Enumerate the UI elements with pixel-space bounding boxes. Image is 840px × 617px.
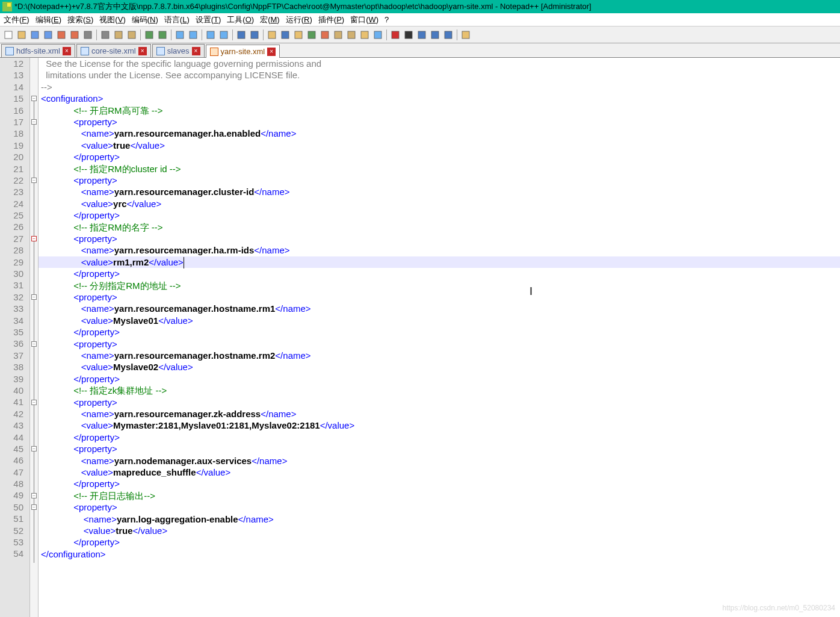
code-line[interactable]: <property> <box>39 116 840 128</box>
code-line[interactable]: See the License for the specific languag… <box>39 58 840 69</box>
fold-toggle[interactable]: − <box>31 400 37 405</box>
fold-toggle[interactable]: − <box>31 446 37 451</box>
menu-item[interactable]: 编辑(E) <box>36 14 61 25</box>
fold-toggle[interactable]: − <box>31 96 37 101</box>
code-line[interactable]: <value>rm1,rm2</value> <box>39 256 840 268</box>
zoom-out-button[interactable] <box>218 29 230 41</box>
code-line[interactable]: <value>yrc</value> <box>39 198 840 209</box>
doc-map-button[interactable] <box>319 29 331 41</box>
code-line[interactable]: </property> <box>39 478 840 489</box>
code-line[interactable]: <name>yarn.resourcemanager.hostname.rm2<… <box>39 350 840 361</box>
code-line[interactable]: </property> <box>39 151 840 163</box>
code-line[interactable]: </configuration> <box>39 548 840 560</box>
zoom-in-button[interactable] <box>205 29 217 41</box>
menu-item[interactable]: 工具(O) <box>227 14 254 25</box>
menu-item[interactable]: 窗口(W) <box>350 14 378 25</box>
indent-guide-button[interactable] <box>292 29 304 41</box>
fold-toggle[interactable]: − <box>31 504 37 510</box>
close-icon[interactable]: × <box>267 48 276 56</box>
menu-item[interactable]: 视图(V) <box>99 14 125 25</box>
paste-button[interactable] <box>126 29 138 41</box>
code-line[interactable]: <name>yarn.resourcemanager.ha.rm-ids</na… <box>39 244 840 256</box>
wrap-button[interactable] <box>266 29 278 41</box>
menu-item[interactable]: 运行(R) <box>286 14 312 25</box>
editor-area[interactable]: 1213141516171819202122232425262728293031… <box>0 58 840 617</box>
fold-toggle[interactable]: − <box>31 294 37 300</box>
code-line[interactable]: <value>mapreduce_shuffle</value> <box>39 467 840 478</box>
code-line[interactable]: </property> <box>39 209 840 221</box>
replace-button[interactable] <box>187 29 199 41</box>
fold-toggle[interactable]: − <box>31 341 37 347</box>
code-line[interactable]: <!-- 分别指定RM的地址 --> <box>39 280 840 291</box>
code-line[interactable]: </property> <box>39 432 840 443</box>
code-line[interactable]: </property> <box>39 268 840 279</box>
fold-margin[interactable]: −−−−−−−−−− <box>30 58 39 617</box>
show-all-button[interactable] <box>279 29 291 41</box>
file-tab[interactable]: core-site.xml× <box>76 44 151 57</box>
monitor-button[interactable] <box>372 29 384 41</box>
print-button[interactable] <box>82 29 94 41</box>
code-content[interactable]: See the License for the specific languag… <box>39 58 840 617</box>
ftp-button[interactable] <box>460 29 472 41</box>
new-button[interactable] <box>2 29 14 41</box>
menu-item[interactable]: 文件(F) <box>4 14 29 25</box>
file-tab[interactable]: hdfs-site.xml× <box>1 44 75 57</box>
cut-button[interactable] <box>99 29 111 41</box>
close-all-button[interactable] <box>69 29 81 41</box>
play-button[interactable] <box>416 29 428 41</box>
code-line[interactable]: <property> <box>39 175 840 186</box>
code-line[interactable]: <value>Myslave01</value> <box>39 315 840 326</box>
file-tab[interactable]: slaves× <box>152 44 205 57</box>
code-line[interactable]: <configuration> <box>39 93 840 104</box>
save-button[interactable] <box>29 29 41 41</box>
fold-toggle[interactable]: − <box>31 178 37 183</box>
fold-toggle[interactable]: − <box>31 493 37 498</box>
close-icon[interactable]: × <box>192 47 200 55</box>
find-button[interactable] <box>174 29 186 41</box>
lang-button[interactable] <box>306 29 318 41</box>
menu-item[interactable]: 插件(P) <box>318 14 344 25</box>
code-line[interactable]: <value>Myslave02</value> <box>39 361 840 373</box>
menu-item[interactable]: 设置(T) <box>196 14 221 25</box>
code-line[interactable]: <name>yarn.resourcemanager.zk-address</n… <box>39 408 840 420</box>
menu-item[interactable]: ? <box>384 15 389 24</box>
code-line[interactable]: --> <box>39 81 840 93</box>
fold-toggle[interactable]: − <box>31 236 37 241</box>
menu-bar[interactable]: 文件(F)编辑(E)搜索(S)视图(V)编码(N)语言(L)设置(T)工具(O)… <box>0 13 840 26</box>
code-line[interactable]: <property> <box>39 338 840 350</box>
code-line[interactable]: <name>yarn.resourcemanager.cluster-id</n… <box>39 186 840 197</box>
fold-toggle[interactable]: − <box>31 119 37 125</box>
menu-item[interactable]: 编码(N) <box>132 14 158 25</box>
run-macro-button[interactable] <box>442 29 454 41</box>
code-line[interactable]: <name>yarn.log-aggregation-enable</name> <box>39 513 840 525</box>
code-line[interactable]: <property> <box>39 443 840 454</box>
sync-v-button[interactable] <box>235 29 247 41</box>
code-line[interactable]: <property> <box>39 397 840 408</box>
folder-button[interactable] <box>359 29 371 41</box>
code-line[interactable]: <name>yarn.resourcemanager.hostname.rm1<… <box>39 303 840 314</box>
play-multi-button[interactable] <box>429 29 441 41</box>
func-list-button[interactable] <box>345 29 357 41</box>
code-line[interactable]: </property> <box>39 373 840 385</box>
code-line[interactable]: <!-- 开启日志输出--> <box>39 490 840 501</box>
code-line[interactable]: <!-- 开启RM高可靠 --> <box>39 105 840 116</box>
code-line[interactable]: <value>true</value> <box>39 140 840 151</box>
menu-item[interactable]: 宏(M) <box>260 14 280 25</box>
code-line[interactable]: <value>Mymaster:2181,Myslave01:2181,Mysl… <box>39 420 840 431</box>
open-button[interactable] <box>16 29 28 41</box>
copy-button[interactable] <box>113 29 125 41</box>
redo-button[interactable] <box>156 29 168 41</box>
code-line[interactable]: <name>yarn.nodemanager.aux-services</nam… <box>39 455 840 467</box>
code-line[interactable]: <property> <box>39 291 840 303</box>
code-line[interactable]: <property> <box>39 501 840 513</box>
menu-item[interactable]: 语言(L) <box>164 14 190 25</box>
code-line[interactable]: <!-- 指定RM的名字 --> <box>39 222 840 233</box>
code-line[interactable]: <value>true</value> <box>39 525 840 536</box>
undo-button[interactable] <box>143 29 155 41</box>
save-all-button[interactable] <box>42 29 54 41</box>
code-line[interactable]: <!-- 指定zk集群地址 --> <box>39 385 840 396</box>
close-button[interactable] <box>55 29 67 41</box>
stop-button[interactable] <box>403 29 415 41</box>
code-line[interactable]: <property> <box>39 233 840 244</box>
code-line[interactable]: limitations under the License. See accom… <box>39 69 840 81</box>
